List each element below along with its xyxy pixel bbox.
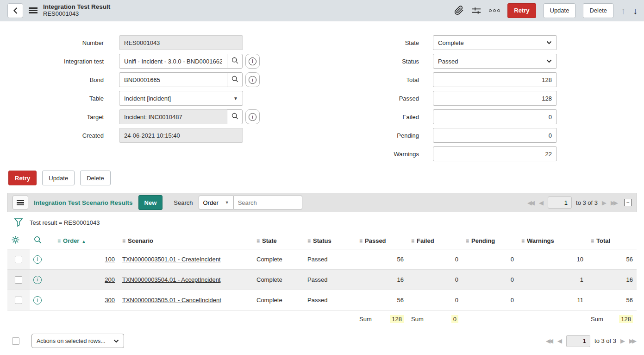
bond-field[interactable] bbox=[119, 72, 227, 87]
row-info-icon[interactable] bbox=[33, 255, 42, 264]
hamburger-icon bbox=[17, 200, 24, 205]
scenario-link[interactable]: TXN0000003504.01 - AcceptIncident bbox=[122, 276, 220, 283]
search-field-dropdown[interactable]: Order ▼ bbox=[199, 196, 234, 209]
integration-test-info-button[interactable] bbox=[245, 54, 260, 69]
number-field[interactable] bbox=[119, 35, 243, 50]
magnifier-icon bbox=[231, 75, 239, 84]
previous-page-icon[interactable]: ◀ bbox=[539, 200, 544, 206]
table-dropdown[interactable]: Incident [incident] ▼ bbox=[119, 91, 243, 106]
passed-field[interactable] bbox=[433, 91, 557, 106]
status-select[interactable]: Passed bbox=[433, 54, 557, 69]
record-number: RES0001043 bbox=[43, 11, 110, 18]
target-info-button[interactable] bbox=[245, 109, 260, 124]
row-info-icon[interactable] bbox=[33, 296, 42, 304]
column-header-pending[interactable]: ≡Pending bbox=[462, 232, 518, 249]
row-checkbox[interactable] bbox=[15, 276, 22, 284]
first-page-icon[interactable]: ◀◀ bbox=[546, 338, 553, 344]
last-page-icon[interactable]: ▶▶ bbox=[611, 200, 618, 206]
scroll-down-arrow-icon[interactable]: ↓ bbox=[633, 6, 638, 15]
column-header-warnings[interactable]: ≡Warnings bbox=[518, 232, 587, 249]
delete-button[interactable]: Delete bbox=[583, 3, 613, 18]
integration-test-field[interactable] bbox=[119, 54, 227, 69]
created-field[interactable] bbox=[119, 128, 243, 143]
list-search-icon[interactable] bbox=[33, 235, 42, 244]
state-select[interactable]: Complete bbox=[433, 35, 557, 50]
last-page-icon[interactable]: ▶▶ bbox=[629, 338, 637, 344]
select-all-checkbox[interactable] bbox=[12, 337, 19, 345]
filter-funnel-icon[interactable] bbox=[14, 217, 23, 228]
column-menu-icon: ≡ bbox=[466, 238, 469, 244]
total-cell: 16 bbox=[587, 270, 637, 290]
record-form: Number Integration test Bond bbox=[0, 21, 644, 165]
row-info-icon[interactable] bbox=[33, 276, 42, 284]
sum-label: Sum bbox=[359, 316, 372, 323]
table-dropdown-value: Incident [incident] bbox=[124, 95, 171, 102]
warnings-cell: 1 bbox=[518, 270, 587, 290]
form-update-button[interactable]: Update bbox=[42, 171, 75, 185]
scenario-link[interactable]: TXN0000003501.01 - CreateIncident bbox=[122, 256, 220, 263]
row-checkbox[interactable] bbox=[15, 256, 22, 263]
back-button[interactable] bbox=[7, 3, 23, 18]
table-row: 100 TXN0000003501.01 - CreateIncident Co… bbox=[7, 249, 637, 270]
column-header-order[interactable]: ≡Order▲ bbox=[54, 232, 119, 249]
total-cell: 56 bbox=[587, 249, 637, 270]
scenario-link[interactable]: TXN0000003505.01 - CancelIncident bbox=[122, 297, 221, 304]
integration-test-lookup-button[interactable] bbox=[227, 54, 243, 69]
field-row-status: Status Passed bbox=[324, 54, 565, 69]
next-page-icon[interactable]: ▶ bbox=[620, 338, 625, 344]
collapse-list-icon[interactable]: − bbox=[624, 199, 631, 206]
attachment-paperclip-icon[interactable] bbox=[454, 6, 464, 15]
previous-page-icon[interactable]: ◀ bbox=[557, 338, 562, 344]
pending-field[interactable] bbox=[433, 128, 557, 143]
target-lookup-button[interactable] bbox=[227, 109, 243, 124]
target-field[interactable] bbox=[119, 109, 227, 124]
column-header-failed[interactable]: ≡Failed bbox=[407, 232, 462, 249]
form-context-menu-icon[interactable] bbox=[29, 7, 38, 13]
search-field-value: Order bbox=[203, 199, 219, 206]
scroll-up-arrow-icon[interactable]: ↑ bbox=[621, 6, 625, 15]
new-button[interactable]: New bbox=[138, 195, 163, 210]
record-title-block: Integration Test Result RES0001043 bbox=[43, 3, 110, 17]
chevron-down-icon bbox=[546, 59, 552, 63]
table-row: 200 TXN0000003504.01 - AcceptIncident Co… bbox=[7, 270, 637, 290]
form-delete-button[interactable]: Delete bbox=[80, 171, 111, 185]
column-header-scenario[interactable]: ≡Scenario bbox=[119, 232, 253, 249]
column-header-total[interactable]: ≡Total bbox=[587, 232, 637, 249]
total-field[interactable] bbox=[433, 72, 557, 87]
order-link[interactable]: 100 bbox=[105, 256, 115, 263]
form-right-column: State Complete Status Passed Total Passe… bbox=[324, 35, 565, 165]
first-page-icon[interactable]: ◀◀ bbox=[527, 200, 535, 206]
warnings-field[interactable] bbox=[433, 146, 557, 161]
page-number-input[interactable] bbox=[548, 197, 572, 209]
actions-dropdown[interactable]: Actions on selected rows... bbox=[31, 334, 124, 348]
personalize-sliders-icon[interactable] bbox=[471, 6, 481, 16]
order-link[interactable]: 300 bbox=[105, 297, 115, 304]
bottom-pagination: ◀◀ ◀ to 3 of 3 ▶ ▶▶ bbox=[546, 335, 637, 347]
failed-cell: 0 bbox=[407, 290, 462, 311]
bond-label: Bond bbox=[0, 76, 104, 83]
next-page-icon[interactable]: ▶ bbox=[602, 200, 606, 206]
filter-breadcrumb[interactable]: Test result = RES0001043 bbox=[30, 219, 100, 226]
failed-field[interactable] bbox=[433, 109, 557, 124]
field-row-number: Number bbox=[0, 35, 296, 50]
more-options-icon[interactable] bbox=[489, 9, 500, 12]
scenario-results-table: ≡Order▲ ≡Scenario ≡State ≡Status ≡Passed… bbox=[7, 232, 637, 327]
bond-info-button[interactable] bbox=[245, 72, 260, 87]
retry-button[interactable]: Retry bbox=[507, 3, 536, 18]
column-header-passed[interactable]: ≡Passed bbox=[356, 232, 407, 249]
table-label: Table bbox=[0, 95, 104, 102]
form-retry-button[interactable]: Retry bbox=[8, 171, 37, 185]
row-checkbox[interactable] bbox=[15, 297, 22, 304]
table-row: 300 TXN0000003505.01 - CancelIncident Co… bbox=[7, 290, 637, 311]
total-label: Total bbox=[324, 76, 419, 83]
list-context-menu-button[interactable] bbox=[13, 196, 28, 209]
column-header-state[interactable]: ≡State bbox=[253, 232, 304, 249]
list-search-input[interactable] bbox=[234, 196, 302, 209]
list-gear-icon[interactable] bbox=[11, 235, 20, 244]
magnifier-icon bbox=[231, 57, 239, 66]
update-button[interactable]: Update bbox=[544, 3, 576, 18]
order-link[interactable]: 200 bbox=[105, 276, 115, 283]
bond-lookup-button[interactable] bbox=[227, 72, 243, 87]
page-number-input[interactable] bbox=[566, 335, 590, 347]
column-header-status[interactable]: ≡Status bbox=[304, 232, 356, 249]
